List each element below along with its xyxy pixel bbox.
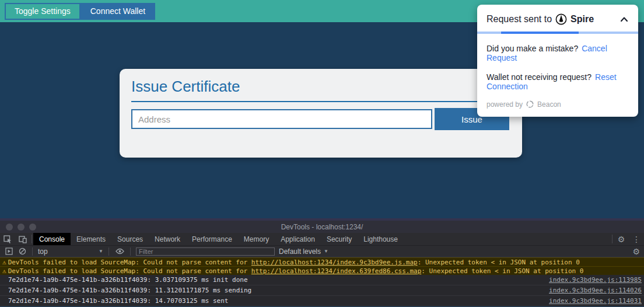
log-source-link[interactable]: index.9c3bd9ee.js:114026	[549, 287, 644, 294]
toolbar-separator	[612, 235, 612, 243]
not-receiving-row: Wallet not receiving request?Reset Conne…	[477, 62, 638, 91]
toolbar-separator	[32, 247, 33, 256]
zoom-window-icon[interactable]	[29, 224, 36, 231]
console-log-row: 7e2d1e74-1a9b-475e-141b-a326b11f4039: 3.…	[0, 275, 644, 285]
issue-certificate-card: Issue Certificate Issue	[120, 69, 522, 158]
toolbar-separator	[32, 235, 32, 243]
warning-icon: ⚠	[2, 259, 6, 266]
not-receiving-text: Wallet not receiving request?	[487, 72, 592, 82]
devtools-tab[interactable]: Lighthouse	[358, 233, 404, 245]
devtools-tab[interactable]: Performance	[186, 233, 238, 245]
console-warning-row: ⚠DevTools failed to load SourceMap: Coul…	[0, 257, 644, 266]
close-window-icon[interactable]	[6, 224, 13, 231]
title-divider	[131, 101, 510, 102]
devtools-tab[interactable]: Memory	[238, 233, 275, 245]
toolbar-separator	[130, 247, 131, 256]
log-source-link[interactable]: index.9c3bd9ee.js:114031	[549, 297, 644, 305]
log-text: 7e2d1e74-1a9b-475e-141b-a326b11f4039: 11…	[8, 287, 251, 294]
chevron-down-icon: ▼	[99, 249, 103, 254]
address-input[interactable]	[131, 109, 432, 129]
minimize-window-icon[interactable]	[18, 224, 24, 231]
chevron-down-icon: ▼	[324, 249, 328, 254]
chevron-up-icon[interactable]	[620, 16, 629, 23]
context-label: top	[38, 247, 48, 256]
devtools-tab[interactable]: Sources	[111, 233, 149, 245]
clear-console-icon[interactable]	[18, 247, 27, 255]
powered-by-row: powered by Beacon	[477, 91, 638, 117]
request-sent-label: Request sent to	[487, 14, 552, 25]
warning-text: DevTools failed to load SourceMap: Could…	[8, 267, 251, 275]
warning-icon: ⚠	[2, 267, 6, 275]
device-toolbar-icon[interactable]	[15, 233, 30, 245]
beacon-label: Beacon	[537, 100, 561, 109]
connect-wallet-button[interactable]: Connect Wallet	[80, 3, 155, 20]
mistake-text: Did you make a mistake?	[487, 44, 578, 53]
live-expression-eye-icon[interactable]	[114, 248, 125, 254]
console-toolbar: top ▼ Default levels ▼ ⚙	[0, 246, 644, 257]
toolbar-separator	[108, 247, 109, 256]
console-warning-row: ⚠DevTools failed to load SourceMap: Coul…	[0, 266, 644, 275]
context-selector[interactable]: top ▼	[38, 247, 103, 256]
beacon-request-modal: Request sent to Spire Did you make a mis…	[477, 5, 638, 117]
devtools-tabbar: ConsoleElementsSourcesNetworkPerformance…	[0, 233, 644, 246]
log-text: 7e2d1e74-1a9b-475e-141b-a326b11f4039: 3.…	[8, 276, 248, 284]
more-options-icon[interactable]: ⋮	[629, 233, 644, 245]
log-source-link[interactable]: index.9c3bd9ee.js:113985	[549, 276, 644, 284]
toggle-settings-button[interactable]: Toggle Settings	[5, 3, 80, 20]
devtools-tab[interactable]: Application	[275, 233, 321, 245]
progress-fill	[501, 32, 578, 34]
sourcemap-link[interactable]: http://localhost:1234/index.9c3bd9ee.js.…	[251, 259, 418, 266]
modal-header: Request sent to Spire	[477, 5, 638, 32]
warning-suffix: : Unexpected token < in JSON at position…	[421, 267, 583, 275]
warning-suffix: : Unexpected token < in JSON at position…	[418, 259, 580, 266]
mistake-row: Did you make a mistake?Cancel Request	[477, 34, 638, 62]
sourcemap-link[interactable]: http://localhost:1234/index.639fed86.css…	[251, 267, 421, 275]
devtools-tab[interactable]: Elements	[71, 233, 111, 245]
log-levels-label: Default levels	[279, 247, 321, 256]
powered-by-label: powered by	[487, 100, 523, 109]
console-log-row: 7e2d1e74-1a9b-475e-141b-a326b11f4039: 14…	[0, 296, 644, 306]
console-settings-gear-icon[interactable]: ⚙	[632, 247, 640, 256]
spire-wallet-icon	[555, 13, 567, 25]
devtools-window: DevTools - localhost:1234/ ConsoleElemen…	[0, 221, 644, 306]
log-text: 7e2d1e74-1a9b-475e-141b-a326b11f4039: 14…	[8, 297, 229, 305]
console-filter-input[interactable]	[136, 247, 275, 256]
traffic-lights[interactable]	[6, 224, 36, 231]
eval-context-icon[interactable]	[4, 247, 13, 255]
settings-gear-icon[interactable]: ⚙	[614, 233, 629, 245]
page-title: Issue Certificate	[131, 78, 510, 96]
wallet-name: Spire	[570, 14, 594, 25]
beacon-icon	[526, 100, 534, 109]
console-log-row: 7e2d1e74-1a9b-475e-141b-a326b11f4039: 11…	[0, 285, 644, 296]
dapp-page: Toggle Settings Connect Wallet Issue Cer…	[0, 0, 644, 218]
devtools-titlebar: DevTools - localhost:1234/	[0, 221, 644, 233]
request-progress-bar	[477, 32, 638, 34]
console-output: ⚠DevTools failed to load SourceMap: Coul…	[0, 257, 644, 306]
log-levels-dropdown[interactable]: Default levels ▼	[279, 247, 328, 256]
devtools-tab[interactable]: Security	[321, 233, 358, 245]
inspect-element-icon[interactable]	[0, 233, 15, 245]
warning-text: DevTools failed to load SourceMap: Could…	[8, 259, 251, 266]
devtools-tab[interactable]: Console	[33, 233, 71, 245]
devtools-window-title: DevTools - localhost:1234/	[281, 223, 363, 231]
devtools-tab[interactable]: Network	[149, 233, 186, 245]
